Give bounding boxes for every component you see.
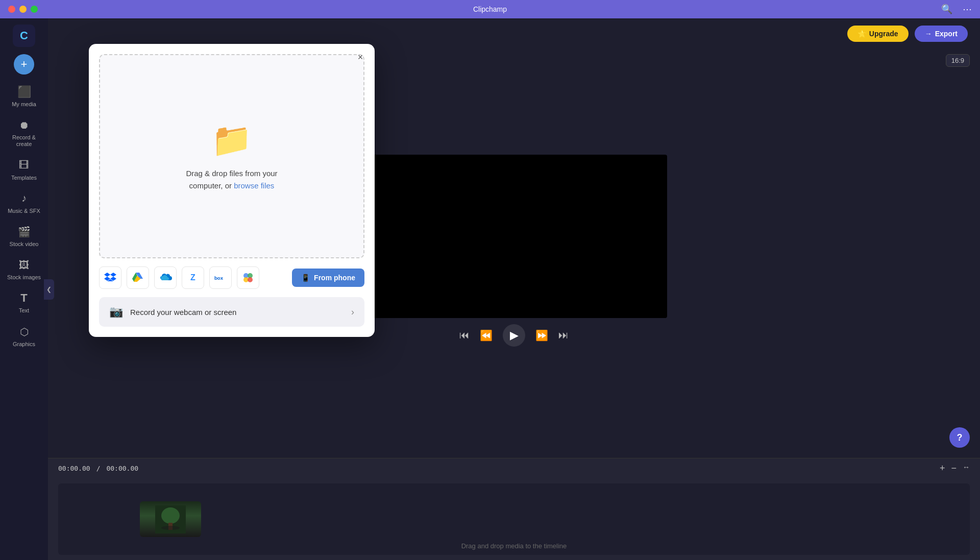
svg-text:box: box	[214, 275, 224, 281]
play-button[interactable]: ▶	[503, 324, 525, 347]
star-icon: ⭐	[857, 30, 866, 38]
from-phone-button[interactable]: 📱 From phone	[292, 269, 364, 287]
source-box[interactable]: box	[209, 266, 232, 289]
sidebar-label-my-media: My media	[12, 101, 36, 108]
sidebar-collapse-button[interactable]: ❮	[44, 279, 54, 300]
sidebar-item-stock-video[interactable]: 🎬 Stock video	[4, 221, 44, 252]
export-label: Export	[935, 30, 958, 38]
webcam-icon: 📷	[109, 305, 123, 319]
sidebar-label-record-create: Record & create	[6, 134, 42, 148]
aspect-ratio-badge[interactable]: 16:9	[946, 54, 970, 67]
time-current: 00:00.00	[58, 465, 90, 472]
logo[interactable]: C	[13, 25, 35, 47]
sidebar-item-stock-images[interactable]: 🖼 Stock images	[4, 254, 44, 285]
time-separator: /	[96, 465, 101, 472]
phone-icon: 📱	[301, 274, 310, 282]
titlebar-icons: 🔍 ⋯	[941, 4, 972, 15]
track-thumb-inner	[140, 501, 201, 537]
close-button[interactable]	[8, 6, 15, 13]
more-icon[interactable]: ⋯	[963, 4, 972, 15]
svg-point-1	[161, 507, 180, 524]
track-thumbnail[interactable]	[140, 501, 201, 537]
music-sfx-icon: ♪	[17, 191, 31, 206]
stock-images-icon: 🖼	[17, 258, 31, 272]
folder-icon: 📁	[211, 121, 252, 159]
google-drive-icon	[132, 272, 144, 284]
sidebar-item-graphics[interactable]: ⬡ Graphics	[4, 321, 44, 352]
titlebar: Clipchamp 🔍 ⋯	[0, 0, 980, 18]
onedrive-icon	[159, 273, 172, 282]
maximize-button[interactable]	[31, 6, 38, 13]
sidebar-label-graphics: Graphics	[13, 341, 35, 348]
content-area: ⭐ Upgrade → Export 16:9 ⏮ ⏪ ▶ ⏩ ⏭	[48, 18, 980, 560]
text-icon: T	[17, 291, 31, 305]
app-body: C + ⬛ My media ⏺ Record & create 🎞 Templ…	[0, 18, 980, 560]
source-row: Z box	[89, 266, 375, 297]
sidebar-label-templates: Templates	[11, 175, 37, 181]
play-icon: ▶	[510, 329, 519, 342]
rewind-button[interactable]: ⏪	[480, 329, 493, 342]
source-zoom[interactable]: Z	[182, 266, 204, 289]
zoom-out-button[interactable]: −	[951, 463, 957, 474]
timeline-section: 00:00.00 / 00:00.00 + − ↔	[48, 458, 980, 560]
minimize-button[interactable]	[19, 6, 27, 13]
fit-button[interactable]: ↔	[963, 463, 970, 474]
modal-close-button[interactable]: ×	[353, 50, 368, 64]
close-icon: ×	[358, 52, 363, 63]
my-media-icon: ⬛	[17, 85, 31, 99]
source-dropbox[interactable]	[99, 266, 121, 289]
box-icon: box	[214, 274, 227, 282]
search-icon[interactable]: 🔍	[941, 4, 952, 15]
export-arrow-icon: →	[925, 30, 932, 38]
templates-icon: 🎞	[17, 158, 31, 173]
fast-forward-button[interactable]: ⏩	[535, 329, 548, 342]
dropbox-icon	[104, 272, 116, 284]
svg-point-3	[161, 526, 180, 530]
from-phone-label: From phone	[314, 274, 355, 282]
time-total: 00:00.00	[106, 465, 138, 472]
zoom-text-icon: Z	[190, 273, 195, 282]
source-google-drive[interactable]	[127, 266, 149, 289]
graphics-icon: ⬡	[17, 325, 31, 339]
question-mark-icon: ?	[957, 432, 963, 443]
source-google-photos[interactable]	[237, 266, 259, 289]
record-section-left: 📷 Record your webcam or screen	[109, 305, 236, 319]
video-preview	[361, 155, 667, 318]
record-label: Record your webcam or screen	[130, 308, 236, 316]
zoom-in-button[interactable]: +	[940, 463, 945, 474]
sidebar-item-record-create[interactable]: ⏺ Record & create	[4, 114, 44, 152]
logo-icon: C	[20, 29, 28, 42]
timeline-track: Drag and drop media to the timeline	[58, 483, 970, 555]
sidebar-label-stock-images: Stock images	[7, 274, 41, 281]
skip-start-button[interactable]: ⏮	[459, 329, 470, 341]
upgrade-button[interactable]: ⭐ Upgrade	[847, 26, 909, 42]
timeline-toolbar: 00:00.00 / 00:00.00 + − ↔	[48, 458, 980, 478]
sidebar-item-my-media[interactable]: ⬛ My media	[4, 81, 44, 112]
record-arrow-icon: ›	[351, 307, 354, 318]
skip-end-button[interactable]: ⏭	[558, 329, 569, 341]
dropzone[interactable]: 📁 Drag & drop files from yourcomputer, o…	[99, 54, 364, 258]
source-onedrive[interactable]	[154, 266, 177, 289]
sidebar: C + ⬛ My media ⏺ Record & create 🎞 Templ…	[0, 18, 48, 560]
export-button[interactable]: → Export	[915, 26, 968, 42]
sidebar-item-text[interactable]: T Text	[4, 287, 44, 318]
sidebar-item-music-sfx[interactable]: ♪ Music & SFX	[4, 187, 44, 218]
upgrade-label: Upgrade	[869, 30, 898, 38]
help-button[interactable]: ?	[949, 427, 970, 448]
titlebar-controls	[8, 6, 38, 13]
browse-files-link[interactable]: browse files	[234, 181, 274, 190]
stock-video-icon: 🎬	[17, 225, 31, 239]
sidebar-label-text: Text	[19, 307, 29, 314]
svg-point-11	[248, 277, 253, 282]
import-modal: × 📁 Drag & drop files from yourcomputer,…	[89, 44, 375, 337]
app-title: Clipchamp	[473, 5, 507, 13]
add-media-button[interactable]: +	[14, 54, 34, 75]
timeline-actions: + − ↔	[940, 463, 970, 474]
drag-hint: Drag and drop media to the timeline	[461, 542, 567, 550]
sidebar-label-music-sfx: Music & SFX	[8, 208, 40, 214]
record-webcam-section[interactable]: 📷 Record your webcam or screen ›	[99, 297, 364, 327]
plus-icon: +	[21, 58, 28, 71]
tree-thumbnail-svg	[155, 505, 186, 533]
record-create-icon: ⏺	[17, 118, 31, 132]
sidebar-item-templates[interactable]: 🎞 Templates	[4, 154, 44, 185]
